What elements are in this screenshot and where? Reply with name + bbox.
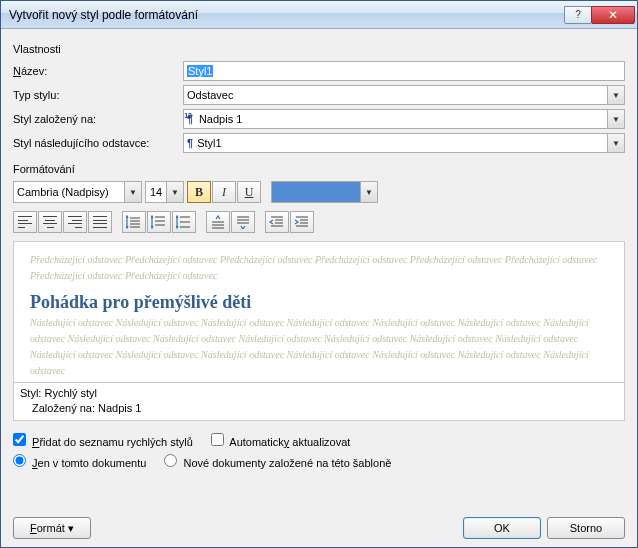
- spacing-single-button[interactable]: [122, 211, 146, 233]
- radio-this-doc[interactable]: Jen v tomto dokumentu: [13, 454, 146, 469]
- align-justify-button[interactable]: [88, 211, 112, 233]
- desc-line1: Styl: Rychlý styl: [20, 386, 618, 401]
- dialog-title: Vytvořit nový styl podle formátování: [9, 8, 565, 22]
- dropdown-based-on[interactable]: ¶13Nadpis 1: [183, 109, 608, 129]
- ok-button[interactable]: OK: [463, 517, 541, 539]
- space-before-inc-button[interactable]: [206, 211, 230, 233]
- align-center-button[interactable]: [38, 211, 62, 233]
- combo-font[interactable]: Cambria (Nadpisy) ▼: [13, 181, 142, 203]
- preview-box: Předcházející odstavec Předcházející ods…: [13, 241, 625, 383]
- dialog-window: Vytvořit nový styl podle formátování ? ✕…: [0, 0, 638, 548]
- input-name[interactable]: Styl1: [183, 61, 625, 81]
- font-color-arrow[interactable]: ▼: [361, 181, 378, 203]
- spacing-double-button[interactable]: [172, 211, 196, 233]
- pilcrow-icon: ¶: [187, 137, 193, 149]
- checkbox-row: Přidat do seznamu rychlých stylů Automat…: [13, 433, 625, 448]
- bold-button[interactable]: B: [187, 181, 211, 203]
- checkbox-quickstyle[interactable]: Přidat do seznamu rychlých stylů: [13, 433, 193, 448]
- section-formatting-label: Formátování: [13, 163, 625, 175]
- desc-line2: Založený na: Nadpis 1: [20, 401, 618, 416]
- description-box: Styl: Rychlý styl Založený na: Nadpis 1: [13, 383, 625, 421]
- dialog-content: Vlastnosti Název: Styl1 Typ stylu: Odsta…: [1, 29, 637, 477]
- chevron-down-icon[interactable]: ▼: [167, 181, 184, 203]
- label-following: Styl následujícího odstavce:: [13, 137, 183, 149]
- titlebar: Vytvořit nový styl podle formátování ? ✕: [1, 1, 637, 29]
- align-right-button[interactable]: [63, 211, 87, 233]
- dropdown-type[interactable]: Odstavec: [183, 85, 608, 105]
- cancel-button[interactable]: Storno: [547, 517, 625, 539]
- checkbox-autoupdate[interactable]: Automaticky aktualizovat: [211, 433, 351, 448]
- italic-button[interactable]: I: [212, 181, 236, 203]
- preview-following: Následující odstavec Následující odstave…: [30, 315, 608, 379]
- label-type: Typ stylu:: [13, 89, 183, 101]
- indent-inc-button[interactable]: [290, 211, 314, 233]
- underline-button[interactable]: U: [237, 181, 261, 203]
- label-based-on: Styl založený na:: [13, 113, 183, 125]
- radio-row: Jen v tomto dokumentu Nové dokumenty zal…: [13, 454, 625, 469]
- align-left-button[interactable]: [13, 211, 37, 233]
- dropdown-following[interactable]: ¶Styl1: [183, 133, 608, 153]
- help-button[interactable]: ?: [564, 6, 592, 24]
- label-name: Název:: [13, 65, 183, 77]
- indent-dec-button[interactable]: [265, 211, 289, 233]
- section-properties-label: Vlastnosti: [13, 43, 625, 55]
- toolbar-paragraph: [13, 211, 625, 233]
- titlebar-buttons: ? ✕: [565, 6, 635, 24]
- radio-new-docs[interactable]: Nové dokumenty založené na této šabloně: [164, 454, 391, 469]
- row-name: Název: Styl1: [13, 61, 625, 81]
- chevron-down-icon[interactable]: ▼: [125, 181, 142, 203]
- close-button[interactable]: ✕: [591, 6, 635, 24]
- toolbar-font: Cambria (Nadpisy) ▼ 14 ▼ B I U ▼: [13, 181, 625, 203]
- dropdown-based-on-arrow[interactable]: ▼: [608, 109, 625, 129]
- space-before-dec-button[interactable]: [231, 211, 255, 233]
- bottom-bar: Formát ▾ OK Storno: [13, 517, 625, 539]
- dropdown-following-arrow[interactable]: ▼: [608, 133, 625, 153]
- format-button[interactable]: Formát ▾: [13, 517, 91, 539]
- spacing-onehalf-button[interactable]: [147, 211, 171, 233]
- dropdown-type-arrow[interactable]: ▼: [608, 85, 625, 105]
- preview-sample-text: Pohádka pro přemýšlivé děti: [30, 292, 608, 313]
- row-based-on: Styl založený na: ¶13Nadpis 1 ▼: [13, 109, 625, 129]
- font-color-swatch[interactable]: [271, 181, 361, 203]
- preview-preceding: Předcházející odstavec Předcházející ods…: [30, 252, 608, 284]
- row-following: Styl následujícího odstavce: ¶Styl1 ▼: [13, 133, 625, 153]
- combo-size[interactable]: 14 ▼: [145, 181, 184, 203]
- row-type: Typ stylu: Odstavec ▼: [13, 85, 625, 105]
